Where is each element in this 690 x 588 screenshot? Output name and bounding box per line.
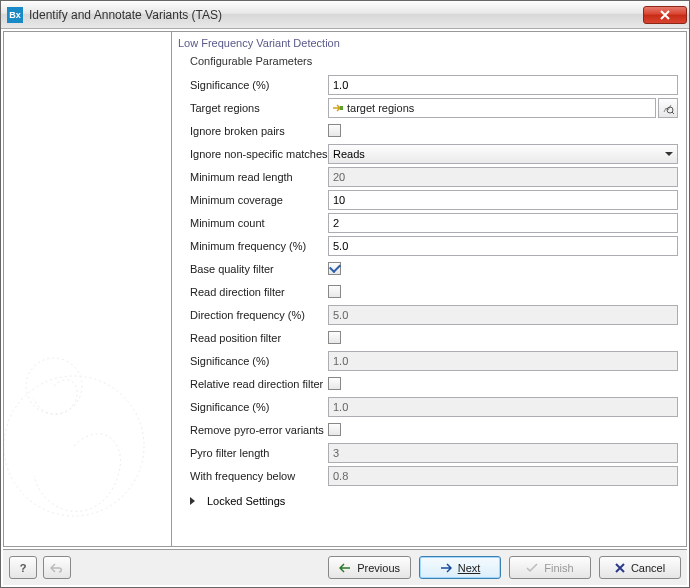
read-position-checkbox[interactable] [328,331,341,344]
relative-read-dir-checkbox[interactable] [328,377,341,390]
svg-rect-2 [340,106,343,110]
chevron-right-icon [190,497,195,505]
min-coverage-label: Minimum coverage [176,194,328,206]
significance2-input [328,351,678,371]
locked-settings-toggle[interactable]: Locked Settings [176,487,680,511]
target-regions-label: Target regions [176,102,328,114]
remove-pyro-label: Remove pyro-error variants [176,424,328,436]
next-button[interactable]: Next [419,556,501,579]
section-subtitle: Configurable Parameters [176,53,680,73]
content-area: Low Frequency Variant Detection Configur… [3,31,687,547]
arrow-left-icon [339,563,351,573]
with-freq-below-label: With frequency below [176,470,328,482]
significance2-label: Significance (%) [176,355,328,367]
target-regions-field[interactable]: target regions [328,98,656,118]
app-icon: Bx [7,7,23,23]
help-icon: ? [20,562,27,574]
help-button[interactable]: ? [9,556,37,579]
base-quality-label: Base quality filter [176,263,328,275]
arrow-right-icon [440,563,452,573]
previous-button[interactable]: Previous [328,556,411,579]
ignore-broken-label: Ignore broken pairs [176,125,328,137]
close-button[interactable] [643,6,687,24]
significance3-input [328,397,678,417]
min-count-label: Minimum count [176,217,328,229]
main-panel: Low Frequency Variant Detection Configur… [172,32,686,546]
relative-read-dir-label: Relative read direction filter [176,378,328,390]
footer: ? Previous Next Finish Cancel [3,549,687,585]
chevron-down-icon [665,152,673,156]
locked-settings-label: Locked Settings [207,495,285,507]
wizard-sidebar [4,32,172,546]
min-read-length-label: Minimum read length [176,171,328,183]
target-regions-browse-button[interactable] [658,98,678,118]
browse-icon [661,101,675,115]
ignore-broken-checkbox[interactable] [328,124,341,137]
close-icon [660,10,670,20]
window-title: Identify and Annotate Variants (TAS) [29,8,643,22]
finish-label: Finish [544,562,573,574]
finish-button[interactable]: Finish [509,556,591,579]
min-read-length-input [328,167,678,187]
cancel-label: Cancel [631,562,665,574]
undo-button[interactable] [43,556,71,579]
check-icon [526,563,538,573]
section-title: Low Frequency Variant Detection [176,34,680,53]
read-direction-checkbox[interactable] [328,285,341,298]
dialog-window: Bx Identify and Annotate Variants (TAS) … [0,0,690,588]
cancel-icon [615,563,625,573]
titlebar: Bx Identify and Annotate Variants (TAS) [1,1,689,29]
min-frequency-label: Minimum frequency (%) [176,240,328,252]
ignore-nonspecific-select[interactable]: Reads [328,144,678,164]
next-label: Next [458,562,481,574]
base-quality-checkbox[interactable] [328,262,341,275]
remove-pyro-checkbox[interactable] [328,423,341,436]
ignore-nonspecific-label: Ignore non-specific matches [176,148,328,160]
decorative-swirl-icon [4,326,172,546]
min-coverage-input[interactable] [328,190,678,210]
min-count-input[interactable] [328,213,678,233]
significance-label: Significance (%) [176,79,328,91]
target-regions-value: target regions [347,102,653,114]
direction-freq-input [328,305,678,325]
cancel-button[interactable]: Cancel [599,556,681,579]
target-regions-icon [331,102,345,114]
read-direction-label: Read direction filter [176,286,328,298]
pyro-length-label: Pyro filter length [176,447,328,459]
significance3-label: Significance (%) [176,401,328,413]
form-area: Significance (%) Target regions target r… [176,73,680,542]
with-freq-below-input [328,466,678,486]
ignore-nonspecific-value: Reads [333,148,365,160]
direction-freq-label: Direction frequency (%) [176,309,328,321]
pyro-length-input [328,443,678,463]
read-position-label: Read position filter [176,332,328,344]
significance-input[interactable] [328,75,678,95]
previous-label: Previous [357,562,400,574]
min-frequency-input[interactable] [328,236,678,256]
undo-icon [50,562,64,574]
